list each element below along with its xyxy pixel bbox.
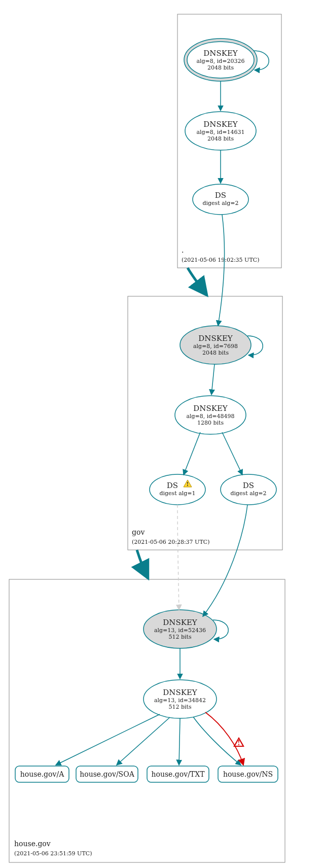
svg-text:house.gov/A: house.gov/A <box>20 770 64 778</box>
svg-text:DS: DS <box>167 481 178 490</box>
svg-text:DNSKEY: DNSKEY <box>163 688 198 697</box>
record-ns: house.gov/NS <box>218 766 278 782</box>
svg-text:alg=8, id=14631: alg=8, id=14631 <box>196 129 244 135</box>
svg-text:512 bits: 512 bits <box>168 634 191 640</box>
svg-text:DS: DS <box>243 481 254 490</box>
edge-rootds-govk1 <box>218 215 225 326</box>
svg-text:digest alg=2: digest alg=2 <box>230 490 266 497</box>
svg-text:DNSKEY: DNSKEY <box>203 49 238 58</box>
svg-text:alg=8, id=20326: alg=8, id=20326 <box>196 58 244 64</box>
svg-text:alg=8, id=7698: alg=8, id=7698 <box>193 343 238 350</box>
edge-govk2-govds2 <box>222 432 242 475</box>
edge-govds1-hk1-dashed <box>177 505 179 610</box>
svg-text:2048 bits: 2048 bits <box>202 350 229 356</box>
zone-gov-ts: (2021-05-06 20:28:37 UTC) <box>132 539 209 545</box>
svg-text:DNSKEY: DNSKEY <box>193 404 228 413</box>
edge-gov-to-house-zone <box>137 550 148 578</box>
node-root-key2: DNSKEY alg=8, id=14631 2048 bits <box>185 112 256 150</box>
svg-text:digest alg=1: digest alg=1 <box>159 490 195 497</box>
svg-text:house.gov/TXT: house.gov/TXT <box>151 770 205 778</box>
edge-root-to-gov-zone <box>188 268 207 295</box>
dnssec-diagram: . (2021-05-06 19:02:35 UTC) DNSKEY alg=8… <box>0 0 323 868</box>
zone-house: house.gov (2021-05-06 23:51:59 UTC) DNSK… <box>9 579 285 862</box>
svg-text:digest alg=2: digest alg=2 <box>202 200 238 206</box>
record-soa: house.gov/SOA <box>76 766 138 782</box>
zone-house-ts: (2021-05-06 23:51:59 UTC) <box>14 850 92 857</box>
zone-root: . (2021-05-06 19:02:35 UTC) DNSKEY alg=8… <box>177 14 281 268</box>
node-gov-key2: DNSKEY alg=8, id=48498 1280 bits <box>175 396 246 434</box>
svg-text:house.gov/NS: house.gov/NS <box>223 770 273 778</box>
error-icon: ! <box>234 738 243 747</box>
svg-text:DS: DS <box>215 191 226 200</box>
node-gov-ds2: DS digest alg=2 <box>221 474 276 505</box>
node-root-key1: DNSKEY alg=8, id=20326 2048 bits <box>184 39 269 81</box>
zone-gov-label: gov <box>132 528 145 536</box>
edge-hk2-txt <box>179 718 180 765</box>
zone-gov: gov (2021-05-06 20:28:37 UTC) DNSKEY alg… <box>128 296 282 550</box>
svg-text:2048 bits: 2048 bits <box>207 64 234 71</box>
node-gov-ds1: DS digest alg=1 ! <box>150 474 205 505</box>
edge-hk2-a <box>56 714 160 765</box>
svg-text:1280 bits: 1280 bits <box>197 420 224 426</box>
svg-text:DNSKEY: DNSKEY <box>163 618 198 627</box>
svg-text:!: ! <box>237 740 240 747</box>
edge-govk1-govk2 <box>211 364 214 395</box>
node-root-ds: DS digest alg=2 <box>193 184 248 215</box>
record-txt: house.gov/TXT <box>147 766 209 782</box>
edge-govds2-hk1 <box>203 505 247 616</box>
svg-text:alg=8, id=48498: alg=8, id=48498 <box>186 413 234 420</box>
zone-root-ts: (2021-05-06 19:02:35 UTC) <box>182 257 259 263</box>
svg-text:house.gov/SOA: house.gov/SOA <box>80 770 134 778</box>
edge-hk2-soa <box>117 717 170 765</box>
svg-text:!: ! <box>187 481 189 488</box>
svg-text:512 bits: 512 bits <box>168 704 191 710</box>
node-house-key1: DNSKEY alg=13, id=52436 512 bits <box>143 610 228 648</box>
zone-house-label: house.gov <box>14 840 51 848</box>
record-a: house.gov/A <box>15 766 69 782</box>
node-gov-key1: DNSKEY alg=8, id=7698 2048 bits <box>180 326 263 364</box>
svg-text:DNSKEY: DNSKEY <box>203 120 238 129</box>
edge-hk2-ns-error <box>205 712 243 765</box>
svg-text:alg=13, id=52436: alg=13, id=52436 <box>154 627 206 634</box>
edge-govk2-govds1 <box>184 432 200 475</box>
svg-text:2048 bits: 2048 bits <box>207 135 234 142</box>
svg-text:alg=13, id=34842: alg=13, id=34842 <box>154 697 206 704</box>
svg-text:DNSKEY: DNSKEY <box>198 334 233 343</box>
zone-root-label: . <box>182 246 184 254</box>
edge-hk2-ns-ok <box>193 717 241 765</box>
